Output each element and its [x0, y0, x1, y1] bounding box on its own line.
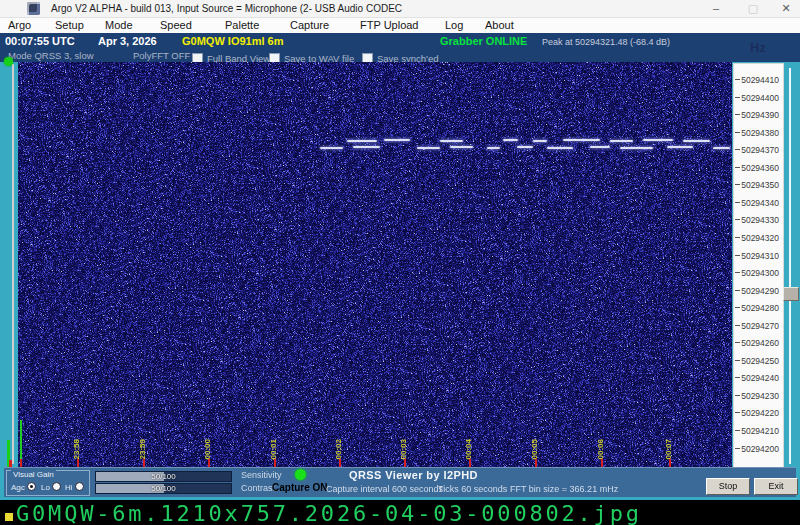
time-tick-0006: 00:06	[596, 435, 608, 467]
waterfall-display[interactable]	[18, 62, 732, 467]
minimize-button[interactable]: –	[705, 2, 727, 15]
freq-tick-mark	[735, 114, 740, 115]
time-tick-0003: 00:03	[399, 435, 411, 467]
time-tick-label: 00:01	[269, 439, 278, 459]
freq-label-row: 50294370	[734, 145, 781, 155]
qrss-signal-dash	[667, 146, 693, 148]
freq-tick-mark	[735, 149, 740, 150]
time-tick-label: 00:02	[334, 439, 343, 459]
freq-label-row: 50294400	[734, 93, 781, 103]
frequency-slider-track[interactable]	[789, 68, 791, 464]
sensitivity-slider[interactable]: 50/100	[95, 471, 232, 482]
argo-window: Argo V2 ALPHA - build 013, Input Source …	[0, 0, 800, 500]
hz-unit-label: Hz	[750, 40, 766, 55]
qrss-signal-dash	[590, 146, 610, 148]
utc-time: 00:07:55 UTC	[5, 35, 75, 47]
freq-value: 50294250	[741, 356, 779, 366]
time-tick-mark	[143, 459, 145, 467]
freq-label-row: 50294380	[734, 128, 781, 138]
freq-value: 50294330	[741, 215, 779, 225]
main-area: 23:5823:5900:0000:0100:0200:0300:0400:05…	[0, 62, 800, 467]
control-panel: Visual Gain AgcLoHi Sensitivity Contrast…	[4, 467, 796, 497]
freq-value: 50294280	[741, 303, 779, 313]
visual-gain-group: Visual Gain AgcLoHi	[6, 470, 90, 496]
freq-tick-mark	[735, 97, 740, 98]
polyfft-readout[interactable]: PolyFFT OFF	[133, 50, 190, 61]
freq-value: 50294390	[741, 110, 779, 120]
menu-bar: ArgoSetupModeSpeedPaletteCaptureFTP Uplo…	[0, 18, 800, 33]
qrss-signal-dash	[713, 147, 730, 149]
freq-label-row: 50294360	[734, 163, 781, 173]
visual-gain-gauge-thumb[interactable]	[4, 57, 13, 66]
freq-label-row: 50294320	[734, 233, 781, 243]
radio-label: Hi	[65, 483, 73, 492]
gauge-red-tick	[9, 460, 12, 467]
menu-item-speed[interactable]: Speed	[160, 19, 192, 31]
qrss-signal-dash	[547, 147, 573, 149]
app-title: QRSS Viewer by I2PHD	[349, 469, 478, 481]
time-tick-0004: 00:04	[464, 435, 476, 467]
visual-gain-gauge-track[interactable]	[12, 64, 14, 464]
radio-agc[interactable]: Agc	[11, 482, 36, 492]
menu-item-about[interactable]: About	[485, 19, 514, 31]
freq-tick-mark	[735, 377, 740, 378]
screenshot-root: Argo V2 ALPHA - build 013, Input Source …	[0, 0, 800, 525]
contrast-label: Contrast	[241, 483, 275, 493]
radio-circle[interactable]	[27, 482, 36, 491]
checkbox-save-to-wav-file[interactable]: Save to WAV file	[269, 49, 354, 60]
qrss-signal-dash	[620, 147, 653, 149]
time-tick-mark	[404, 459, 406, 467]
close-button[interactable]: ✕	[775, 2, 797, 15]
capture-status[interactable]: Capture ON	[272, 482, 328, 493]
time-tick-label: 23:59	[138, 439, 147, 459]
menu-item-ftp-upload[interactable]: FTP Upload	[360, 19, 419, 31]
menu-item-capture[interactable]: Capture	[290, 19, 329, 31]
freq-value: 50294300	[741, 268, 779, 278]
qrss-signal-dash	[320, 147, 343, 149]
radio-lo[interactable]: Lo	[41, 482, 61, 492]
stop-button[interactable]: Stop	[706, 478, 750, 495]
freq-label-row: 50294230	[734, 391, 781, 401]
checkbox-save-synch-ed[interactable]: Save synch'ed	[362, 49, 439, 60]
capture-filename: G0MQW-6m.1210x757.2026-04-03-000802.jpg	[16, 501, 642, 525]
radio-label: Lo	[41, 483, 50, 492]
freq-value: 50294290	[741, 286, 779, 296]
exit-button[interactable]: Exit	[754, 478, 798, 495]
callsign-locator: G0MQW IO91ml 6m	[182, 35, 283, 47]
freq-tick-mark	[735, 272, 740, 273]
time-tick-0001: 00:01	[269, 435, 281, 467]
qrss-signal-dash	[440, 140, 463, 142]
radio-circle[interactable]	[75, 482, 84, 491]
menu-item-argo[interactable]: Argo	[8, 19, 31, 31]
checkbox-full-band-view[interactable]: Full Band View	[192, 49, 270, 60]
qrss-signal-dash	[643, 139, 673, 141]
capture-start-tick	[20, 459, 22, 467]
contrast-slider[interactable]: 50/100	[95, 483, 232, 494]
menu-item-log[interactable]: Log	[445, 19, 463, 31]
menu-item-setup[interactable]: Setup	[55, 19, 84, 31]
radio-circle[interactable]	[52, 482, 61, 491]
qrss-signal-dash	[417, 147, 440, 149]
radio-hi[interactable]: Hi	[65, 482, 84, 492]
time-tick-2358: 23:58	[72, 435, 84, 467]
freq-value: 50294260	[741, 338, 779, 348]
freq-value: 50294230	[741, 391, 779, 401]
time-tick-mark	[535, 459, 537, 467]
maximize-button[interactable]: ▢	[742, 2, 764, 15]
mode-readout: Mode QRSS 3, slow	[8, 50, 94, 61]
ticks-info: Ticks 60 seconds	[438, 484, 507, 494]
freq-tick-mark	[735, 430, 740, 431]
freq-tick-mark	[735, 202, 740, 203]
time-tick-mark	[208, 459, 210, 467]
menu-item-palette[interactable]: Palette	[225, 19, 259, 31]
menu-item-mode[interactable]: Mode	[105, 19, 133, 31]
freq-value: 50294310	[741, 251, 779, 261]
freq-value: 50294340	[741, 198, 779, 208]
freq-label-row: 50294290	[734, 286, 781, 296]
time-tick-label: 00:04	[464, 439, 473, 459]
app-icon	[27, 2, 40, 15]
freq-tick-mark	[735, 448, 740, 449]
radio-label: Agc	[11, 483, 25, 492]
freq-tick-mark	[735, 325, 740, 326]
frequency-slider-thumb[interactable]	[783, 287, 799, 301]
